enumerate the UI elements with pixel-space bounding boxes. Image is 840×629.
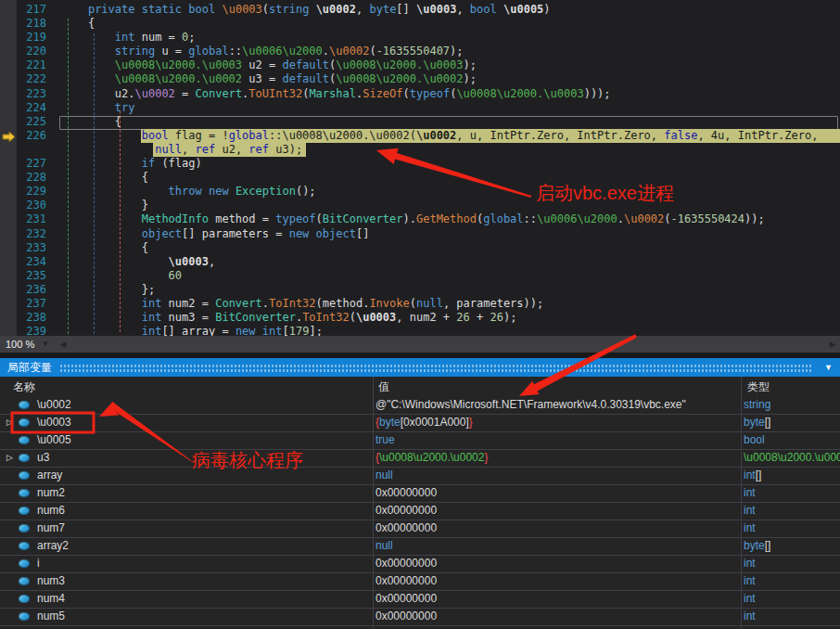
variable-name: num7 (37, 520, 65, 536)
token: Convert (215, 297, 262, 310)
code-line: 219 int num = 0; (0, 31, 840, 45)
token: string (115, 45, 155, 58)
token (61, 45, 115, 58)
token: BitConverter (215, 311, 296, 324)
code-text: private static bool \u0003(string \u0002… (61, 3, 551, 17)
locals-row-u0005[interactable]: \u0005truebool (0, 432, 840, 450)
locals-row-u0003[interactable]: ▷\u0003{byte[0x0001A000]}byte[] (0, 415, 840, 432)
variable-value: 0x00000000 (375, 520, 437, 536)
token: ); (464, 58, 477, 71)
token: ::\u0008\u2000.\u0002( (269, 129, 416, 142)
variable-value: @"C:\Windows\Microsoft.NET\Framework\v4.… (375, 397, 686, 413)
token (61, 311, 142, 324)
variable-type: int (744, 503, 840, 519)
token: ( (262, 3, 269, 16)
code-text: if (flag) (61, 157, 202, 171)
variable-value: 0x00000000 (375, 591, 437, 607)
code-text: \u0003, (61, 255, 215, 269)
token (61, 129, 142, 142)
titlebar-dropdown-icon[interactable]: ▼ (824, 358, 833, 377)
code-text: throw new Exception(); (61, 185, 316, 199)
zoom-level-control[interactable]: 100 % (0, 336, 40, 353)
code-line: 231 MethodInfo method = typeof(BitConver… (0, 212, 840, 226)
locals-row-num4[interactable]: num40x00000000int (0, 591, 840, 609)
token (61, 269, 169, 282)
token: \u0006\u2000 (242, 45, 323, 58)
code-editor[interactable]: 217 private static bool \u0003(string \u… (0, 0, 840, 336)
token: byte (369, 3, 396, 16)
locals-row-num5[interactable]: num50x00000000int (0, 609, 840, 626)
line-number: 224 (17, 101, 46, 115)
token: [0x0001A000] (401, 416, 469, 429)
variable-name: u3 (37, 450, 49, 466)
variable-name: num3 (37, 573, 65, 589)
token: , u, IntPtr.Zero, IntPtr.Zero, (456, 129, 664, 142)
token: } (484, 451, 488, 464)
token: int (744, 486, 756, 499)
token: new (235, 325, 256, 336)
token (497, 3, 503, 16)
token: BitConverter (323, 212, 403, 225)
token (61, 101, 115, 114)
variable-type: byte[] (744, 415, 840, 430)
token: \u0003 (356, 311, 396, 324)
token: \u0002 (624, 212, 664, 225)
line-number: 225 (17, 115, 46, 129)
column-header-type[interactable]: 类型 (747, 377, 770, 397)
token: , num2 + (396, 311, 456, 324)
column-header-name[interactable]: 名称 (13, 377, 35, 397)
locals-row-num2[interactable]: num20x00000000int (0, 485, 840, 503)
column-splitter[interactable] (741, 377, 742, 629)
variable-name: array (37, 468, 62, 483)
token: int (142, 297, 162, 310)
token: num3 = (161, 311, 215, 324)
locals-row-num6[interactable]: num60x00000000int (0, 503, 840, 520)
editor-hscrollbar[interactable]: 100 % ▼ ◀ ▶ (0, 336, 840, 353)
variable-icon (19, 489, 30, 497)
locals-row-array[interactable]: arraynullint[] (0, 468, 840, 485)
token: byte (744, 539, 765, 552)
token: ref (248, 143, 269, 156)
code-line: 224 try (0, 101, 840, 115)
locals-row-u3[interactable]: ▷u3{\u0008\u2000.\u0002}\u0008\u2000.\u0… (0, 450, 840, 468)
token: string (269, 3, 309, 16)
token (61, 212, 142, 225)
locals-title-bar[interactable]: 局部变量 ▼ (0, 358, 840, 377)
token: global (188, 45, 228, 58)
code-text: int[] array = new int[179]; (61, 325, 323, 336)
expander-icon[interactable]: ▷ (6, 450, 13, 466)
scroll-left-icon[interactable]: ◀ (56, 336, 70, 353)
token: \u0002 (134, 87, 174, 100)
expander-icon[interactable]: ▷ (6, 415, 13, 430)
token: \u0003 (222, 3, 261, 16)
token: (); (296, 185, 316, 198)
token (309, 227, 315, 240)
locals-row-num3[interactable]: num30x00000000int (0, 573, 840, 591)
token: + (470, 311, 490, 324)
scroll-right-icon[interactable]: ▶ (825, 336, 840, 353)
variable-type: int (744, 573, 840, 589)
token: \u0002 (316, 3, 356, 16)
token: \u0008\u2000.\u0002 (744, 451, 840, 464)
code-text: try (61, 101, 134, 115)
token (229, 185, 235, 198)
code-text: { (61, 115, 121, 129)
token: ( (403, 87, 410, 100)
locals-row-array2[interactable]: array2nullbyte[] (0, 538, 840, 556)
token: , (356, 3, 369, 16)
token: int (744, 574, 756, 587)
variable-icon (19, 401, 30, 409)
column-splitter[interactable] (373, 377, 374, 629)
token: Marshal (309, 87, 356, 100)
variable-type: int (744, 556, 840, 571)
token: 0x00000000 (375, 592, 437, 605)
variable-icon (19, 559, 30, 568)
variable-type: \u0008\u2000.\u0002 (744, 450, 840, 466)
token: bool (142, 129, 169, 142)
zoom-dropdown-caret-icon[interactable]: ▼ (39, 336, 52, 353)
locals-row-u0002[interactable]: \u0002@"C:\Windows\Microsoft.NET\Framewo… (0, 397, 840, 415)
column-header-value[interactable]: 值 (378, 377, 389, 397)
locals-row-i[interactable]: i0x00000000int (0, 556, 840, 573)
locals-row-num7[interactable]: num70x00000000int (0, 520, 840, 538)
token: ); (464, 72, 477, 85)
